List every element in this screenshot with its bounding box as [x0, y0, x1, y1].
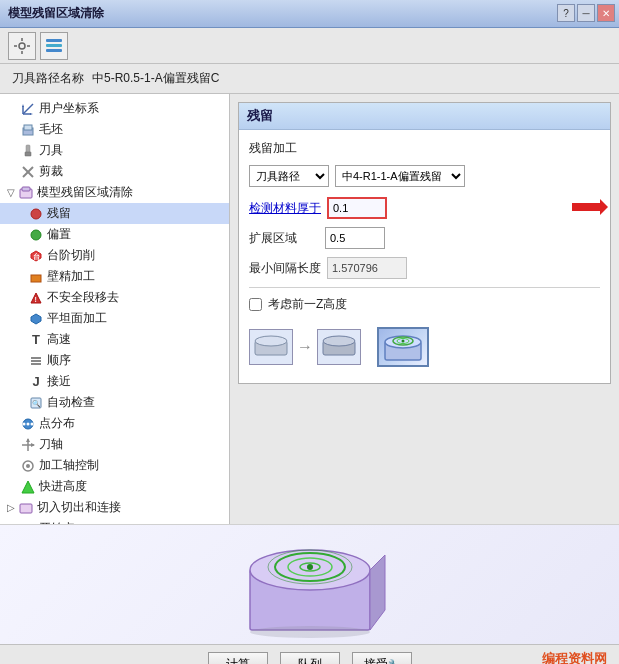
start-point-icon: [20, 521, 36, 525]
sidebar-label-cut: 剪裁: [39, 163, 63, 180]
svg-point-0: [19, 43, 25, 49]
svg-marker-46: [23, 524, 33, 525]
flat-machine-icon: [28, 311, 44, 327]
sidebar-item-flat-machine[interactable]: 平坦面加工: [0, 308, 229, 329]
sidebar-label-fast-height: 快进高度: [39, 478, 87, 495]
accept-button[interactable]: 接受 🔧: [352, 652, 412, 665]
svg-point-51: [323, 336, 355, 346]
detect-input[interactable]: [327, 197, 387, 219]
consider-z-row: 考虑前一Z高度: [249, 296, 600, 313]
sidebar-item-start-point[interactable]: 开始点: [0, 518, 229, 524]
sidebar-item-wall-finish[interactable]: 壁精加工: [0, 266, 229, 287]
shape-btn-active[interactable]: [377, 327, 429, 367]
sidebar-item-auto-check[interactable]: 🔍 自动检查: [0, 392, 229, 413]
help-button[interactable]: ?: [557, 4, 575, 22]
sidebar-item-order[interactable]: 顺序: [0, 350, 229, 371]
sidebar-label-approach: 接近: [47, 373, 71, 390]
icon-btn-group-left: →: [249, 329, 361, 365]
rest-icon: [28, 206, 44, 222]
expand-model-rest-icon[interactable]: ▽: [4, 186, 18, 200]
window-title: 模型残留区域清除: [8, 5, 104, 22]
svg-rect-14: [24, 125, 32, 130]
toolbar-btn-settings[interactable]: [8, 32, 36, 60]
queue-button[interactable]: 队列: [280, 652, 340, 665]
sidebar-item-offset[interactable]: 偏置: [0, 224, 229, 245]
svg-rect-29: [31, 357, 41, 359]
svg-text:台: 台: [33, 252, 40, 260]
svg-point-21: [31, 209, 41, 219]
arrow-between-icon: →: [297, 338, 313, 356]
svg-rect-16: [25, 152, 31, 156]
sidebar-item-rest[interactable]: 残留: [0, 203, 229, 224]
sidebar-item-stepcut[interactable]: 台 台阶切削: [0, 245, 229, 266]
sidebar-label-start-point: 开始点: [39, 520, 75, 524]
compute-button[interactable]: 计算: [208, 652, 268, 665]
stepcut-icon: 台: [28, 248, 44, 264]
shape-btn-left[interactable]: [249, 329, 293, 365]
shape-btn-right-dim[interactable]: [317, 329, 361, 365]
sidebar-label-unsafe-remove: 不安全段移去: [47, 289, 119, 306]
svg-marker-44: [22, 481, 34, 493]
sidebar-label-axis: 刀轴: [39, 436, 63, 453]
sidebar-item-blank[interactable]: 毛坯: [0, 119, 229, 140]
sidebar-label-axis-ctrl: 加工轴控制: [39, 457, 99, 474]
sidebar-label-coord: 用户坐标系: [39, 100, 99, 117]
close-button[interactable]: ✕: [597, 4, 615, 22]
svg-rect-2: [21, 51, 23, 54]
svg-marker-11: [22, 104, 24, 107]
svg-rect-20: [22, 187, 30, 191]
fast-height-icon: [20, 479, 36, 495]
dropdown-row: 刀具路径 中4-R1-1-A偏置残留: [249, 165, 600, 187]
rest-section-body: 残留加工 刀具路径 中4-R1-1-A偏置残留 检测材料厚于: [239, 130, 610, 383]
sidebar-item-model-rest[interactable]: ▽ 模型残留区域清除: [0, 182, 229, 203]
min-step-row: 最小间隔长度: [249, 257, 600, 279]
tool-icon: [20, 143, 36, 159]
sidebar-item-unsafe-remove[interactable]: ! 不安全段移去: [0, 287, 229, 308]
detect-label[interactable]: 检测材料厚于: [249, 200, 321, 217]
sidebar-item-connect[interactable]: ▷ 切入切出和连接: [0, 497, 229, 518]
expand-input[interactable]: [325, 227, 385, 249]
min-step-label: 最小间隔长度: [249, 260, 321, 277]
svg-point-22: [31, 230, 41, 240]
sidebar-item-tool[interactable]: 刀具: [0, 140, 229, 161]
svg-marker-12: [30, 113, 33, 115]
svg-point-35: [23, 422, 26, 425]
toolpath-name-label: 刀具路径名称: [12, 70, 84, 87]
svg-point-43: [26, 464, 30, 468]
sidebar-label-tool: 刀具: [39, 142, 63, 159]
detect-row: 检测材料厚于: [249, 197, 600, 219]
svg-marker-39: [26, 438, 30, 442]
path-dropdown[interactable]: 刀具路径: [249, 165, 329, 187]
sidebar-label-model-rest: 模型残留区域清除: [37, 184, 133, 201]
sidebar-item-approach[interactable]: J 接近: [0, 371, 229, 392]
sidebar-item-point-dist[interactable]: 点分布: [0, 413, 229, 434]
rest-section-title: 残留: [247, 108, 273, 123]
consider-z-checkbox[interactable]: [249, 298, 262, 311]
sidebar-label-stepcut: 台阶切削: [47, 247, 95, 264]
model-rest-icon: [18, 185, 34, 201]
svg-rect-30: [31, 360, 41, 362]
sidebar-label-offset: 偏置: [47, 226, 71, 243]
svg-rect-31: [31, 363, 41, 365]
axis-ctrl-icon: [20, 458, 36, 474]
sidebar-item-axis[interactable]: 刀轴: [0, 434, 229, 455]
sidebar-item-axis-ctrl[interactable]: 加工轴控制: [0, 455, 229, 476]
minimize-button[interactable]: ─: [577, 4, 595, 22]
expand-connect-icon[interactable]: ▷: [4, 501, 18, 515]
ref-dropdown[interactable]: 中4-R1-1-A偏置残留: [335, 165, 465, 187]
sidebar-label-rest: 残留: [47, 205, 71, 222]
sidebar-label-auto-check: 自动检查: [47, 394, 95, 411]
svg-point-56: [402, 340, 405, 343]
sidebar-item-fast-height[interactable]: 快进高度: [0, 476, 229, 497]
svg-rect-5: [46, 39, 62, 42]
order-icon: [28, 353, 44, 369]
min-step-input: [327, 257, 407, 279]
sidebar-label-point-dist: 点分布: [39, 415, 75, 432]
sidebar-item-cut[interactable]: 剪裁: [0, 161, 229, 182]
svg-rect-45: [20, 504, 32, 513]
consider-z-label: 考虑前一Z高度: [268, 296, 347, 313]
connect-icon: [18, 500, 34, 516]
toolbar-btn-list[interactable]: [40, 32, 68, 60]
sidebar-item-coord[interactable]: 用户坐标系: [0, 98, 229, 119]
sidebar-item-highspeed[interactable]: T 高速: [0, 329, 229, 350]
